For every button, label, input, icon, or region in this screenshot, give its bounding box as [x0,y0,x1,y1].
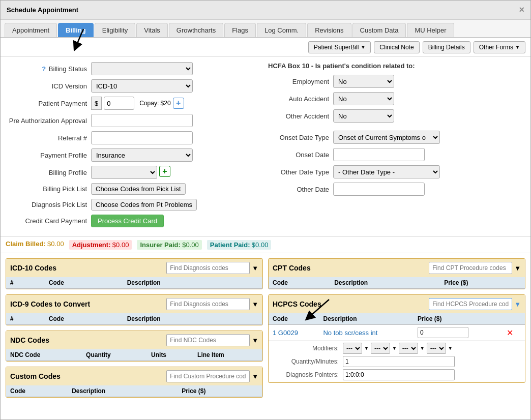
hcpcs-header: HCPCS Codes ▼ [269,295,525,313]
tab-vitals[interactable]: Vitals [136,23,168,37]
custom-find-input[interactable] [166,370,250,382]
icd9-find-input[interactable] [166,298,250,310]
other-date-type-select[interactable]: - Other Date Type - [333,165,440,178]
add-payment-button[interactable]: + [173,98,184,109]
ndc-table: NDC Code Quantity Units Line Item [6,349,262,361]
billing-details-button[interactable]: Billing Details [423,41,470,53]
cpt-find-arrow[interactable]: ▼ [514,264,521,272]
hcpcs-find-input[interactable] [429,298,512,310]
pre-auth-input[interactable] [91,114,193,127]
icd-version-select[interactable]: ICD-10 [91,79,193,93]
process-credit-card-button[interactable]: Process Credit Card [91,215,164,227]
billing-status-select[interactable] [91,62,193,75]
claim-billed-summary: Claim Billed: $0.00 [6,240,64,250]
clinical-note-button[interactable]: Clinical Note [374,41,419,53]
tab-growthcharts[interactable]: Growthcharts [169,23,223,37]
other-date-row: Other Date [268,183,525,196]
mod-arrow-4: ▼ [448,346,453,351]
icd9-find-row: ▼ [166,298,258,310]
schedule-appointment-modal: Schedule Appointment × Appointment Billi… [0,0,531,420]
modifier-1-select[interactable]: --- [343,343,362,354]
modifier-3-select[interactable]: --- [399,343,418,354]
tab-billing[interactable]: Billing [58,23,94,37]
icd10-find-arrow[interactable]: ▼ [252,264,258,272]
other-date-input[interactable] [333,183,425,196]
custom-col-desc: Description [68,385,178,397]
left-code-panel: ICD-10 Codes ▼ # Code Description [6,258,263,403]
custom-codes-title: Custom Codes [10,372,61,380]
modifier-2-select[interactable]: --- [371,343,390,354]
tab-logcomm[interactable]: Log Comm. [257,23,306,37]
payment-profile-select[interactable]: Insurance [91,148,193,162]
auto-accident-select[interactable]: No [333,92,394,105]
billing-status-help-icon[interactable]: ? [42,65,46,73]
hcpcs-code-link[interactable]: 1 G0029 [273,329,298,337]
billing-profile-controls: + [91,166,170,179]
cpt-section: CPT Codes ▼ Code Description Price ($) [268,258,525,289]
employment-select[interactable]: No [333,75,394,88]
onset-date-input[interactable] [333,148,425,161]
left-panel: ? Billing Status ICD Version ICD-10 Pati… [6,62,263,231]
other-date-type-row: Other Date Type - Other Date Type - [268,165,525,178]
cpt-find-input[interactable] [429,262,512,274]
adjustment-summary: Adjustment: $0.00 [69,240,132,250]
icd9-find-arrow[interactable]: ▼ [252,301,258,308]
tab-eligibility[interactable]: Eligibility [95,23,136,37]
close-button[interactable]: × [519,5,524,15]
ndc-header: NDC Codes ▼ [6,331,262,349]
choose-codes-problems-button[interactable]: Choose Codes from Pt Problems [91,199,197,211]
icd10-header-row: # Code Description [6,277,262,289]
hcpcs-col-price: Price ($) [414,313,503,325]
other-forms-button[interactable]: Other Forms [474,41,525,53]
ndc-col-lineitem: Line Item [193,349,262,361]
patient-paid-summary: Patient Paid: $0.00 [207,240,272,250]
hcpcs-header-row: Code Description Price ($) [269,313,525,325]
auto-accident-row: Auto Accident No [268,92,525,105]
icd9-header: ICD-9 Codes to Convert ▼ [6,295,262,313]
tab-revisions[interactable]: Revisions [307,23,351,37]
icd10-find-input[interactable] [166,262,250,274]
ndc-find-arrow[interactable]: ▼ [252,337,258,344]
hcpcs-delete-button[interactable]: ✕ [507,328,513,337]
quantity-row: Quantity/Minutes: [273,356,521,367]
diagnosis-pointers-input[interactable] [343,369,455,380]
billing-content: ? Billing Status ICD Version ICD-10 Pati… [1,57,530,236]
tab-flags[interactable]: Flags [224,23,256,37]
patient-payment-controls: $ Copay: $20 + [91,97,184,110]
hcpcs-title: HCPCS Codes [273,300,321,308]
billing-profile-select[interactable] [91,166,157,179]
tab-appointment[interactable]: Appointment [5,23,57,37]
referral-input[interactable] [91,131,193,144]
icd9-table: # Code Description [6,313,262,325]
diagnosis-pick-list-label: Diagnosis Pick List [6,201,87,208]
ndc-find-input[interactable] [166,334,250,346]
patient-superbill-button[interactable]: Patient SuperBill [308,41,371,53]
hcpcs-row-1: 1 G0029 No tob scr/cess int ✕ [269,325,525,341]
onset-date-type-label: Onset Date Type [268,134,329,141]
modifier-4-select[interactable]: --- [427,343,446,354]
onset-date-type-select[interactable]: Onset of Current Symptoms o [333,131,440,144]
billing-status-row: ? Billing Status [6,62,263,75]
other-accident-select[interactable]: No [333,109,394,123]
quantity-label: Quantity/Minutes: [273,358,339,365]
mod-arrow-2: ▼ [392,346,397,351]
ndc-title: NDC Codes [10,336,49,344]
custom-find-arrow[interactable]: ▼ [252,373,258,380]
employment-label: Employment [268,78,329,85]
hcpcs-desc-link[interactable]: No tob scr/cess int [323,329,377,337]
choose-codes-pick-list-button[interactable]: Choose Codes from Pick List [91,183,186,195]
hcpcs-col-desc: Description [319,313,414,325]
patient-payment-label: Patient Payment [6,100,87,107]
tab-muhelper[interactable]: MU Helper [407,23,454,37]
quantity-input[interactable] [343,356,455,367]
hcpcs-price-input[interactable] [418,327,468,338]
cpt-title: CPT Codes [273,264,311,272]
hcpcs-find-arrow[interactable]: ▼ [514,301,521,308]
cpt-find-row: ▼ [429,262,521,274]
icd9-col-desc: Description [123,313,262,325]
tab-customdata[interactable]: Custom Data [352,23,406,37]
ndc-col-code: NDC Code [6,349,82,361]
add-billing-profile-button[interactable]: + [159,166,170,177]
other-accident-row: Other Accident No [268,109,525,123]
patient-payment-input[interactable] [104,97,134,110]
